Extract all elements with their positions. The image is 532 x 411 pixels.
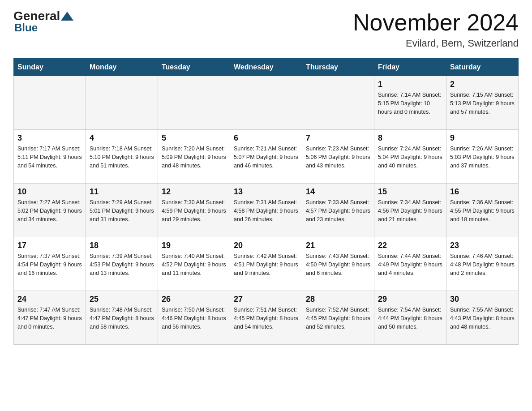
header-wednesday: Wednesday: [230, 59, 302, 76]
header-sunday: Sunday: [14, 59, 86, 76]
day-number: 6: [234, 133, 298, 143]
calendar-cell: [14, 76, 86, 130]
day-info: Sunrise: 7:55 AM Sunset: 4:43 PM Dayligh…: [450, 306, 515, 331]
day-number: 22: [378, 241, 442, 250]
day-info: Sunrise: 7:42 AM Sunset: 4:51 PM Dayligh…: [234, 252, 298, 277]
day-info: Sunrise: 7:46 AM Sunset: 4:48 PM Dayligh…: [450, 252, 515, 277]
day-info: Sunrise: 7:17 AM Sunset: 5:11 PM Dayligh…: [17, 145, 82, 170]
calendar-table: SundayMondayTuesdayWednesdayThursdayFrid…: [13, 58, 519, 345]
calendar-cell: 17Sunrise: 7:37 AM Sunset: 4:54 PM Dayli…: [14, 237, 86, 291]
day-number: 7: [306, 133, 370, 143]
day-number: 13: [234, 187, 298, 197]
calendar-cell: 8Sunrise: 7:24 AM Sunset: 5:04 PM Daylig…: [374, 130, 446, 184]
day-number: 9: [450, 133, 515, 143]
calendar-cell: 24Sunrise: 7:47 AM Sunset: 4:47 PM Dayli…: [14, 291, 86, 345]
calendar-cell: 9Sunrise: 7:26 AM Sunset: 5:03 PM Daylig…: [446, 130, 519, 184]
day-number: 30: [450, 295, 515, 304]
day-number: 11: [90, 187, 154, 197]
location-text: Evilard, Bern, Switzerland: [353, 38, 519, 49]
day-info: Sunrise: 7:26 AM Sunset: 5:03 PM Dayligh…: [450, 145, 515, 170]
day-info: Sunrise: 7:47 AM Sunset: 4:47 PM Dayligh…: [17, 306, 82, 331]
day-number: 24: [17, 295, 82, 304]
day-number: 3: [17, 133, 82, 143]
day-info: Sunrise: 7:52 AM Sunset: 4:45 PM Dayligh…: [306, 306, 370, 331]
calendar-cell: 28Sunrise: 7:52 AM Sunset: 4:45 PM Dayli…: [302, 291, 374, 345]
calendar-cell: 23Sunrise: 7:46 AM Sunset: 4:48 PM Dayli…: [446, 237, 519, 291]
day-number: 2: [450, 80, 515, 89]
title-section: November 2024 Evilard, Bern, Switzerland: [353, 9, 519, 49]
day-info: Sunrise: 7:44 AM Sunset: 4:49 PM Dayligh…: [378, 252, 442, 277]
day-number: 4: [90, 133, 154, 143]
day-info: Sunrise: 7:24 AM Sunset: 5:04 PM Dayligh…: [378, 145, 442, 170]
day-info: Sunrise: 7:33 AM Sunset: 4:57 PM Dayligh…: [306, 198, 370, 223]
logo-triangle-icon: [61, 12, 73, 21]
header-saturday: Saturday: [446, 59, 519, 76]
calendar-cell: 26Sunrise: 7:50 AM Sunset: 4:46 PM Dayli…: [158, 291, 230, 345]
calendar-cell: 4Sunrise: 7:18 AM Sunset: 5:10 PM Daylig…: [86, 130, 158, 184]
day-number: 1: [378, 80, 442, 89]
calendar-cell: [158, 76, 230, 130]
header-monday: Monday: [86, 59, 158, 76]
calendar-week-3: 10Sunrise: 7:27 AM Sunset: 5:02 PM Dayli…: [14, 184, 519, 237]
month-title: November 2024: [353, 9, 519, 36]
calendar-cell: 7Sunrise: 7:23 AM Sunset: 5:06 PM Daylig…: [302, 130, 374, 184]
day-number: 21: [306, 241, 370, 250]
day-info: Sunrise: 7:20 AM Sunset: 5:09 PM Dayligh…: [162, 145, 226, 170]
day-info: Sunrise: 7:31 AM Sunset: 4:58 PM Dayligh…: [234, 198, 298, 223]
calendar-cell: 5Sunrise: 7:20 AM Sunset: 5:09 PM Daylig…: [158, 130, 230, 184]
calendar-cell: 2Sunrise: 7:15 AM Sunset: 5:13 PM Daylig…: [446, 76, 519, 130]
day-info: Sunrise: 7:50 AM Sunset: 4:46 PM Dayligh…: [162, 306, 226, 331]
day-number: 28: [306, 295, 370, 304]
day-info: Sunrise: 7:37 AM Sunset: 4:54 PM Dayligh…: [17, 252, 82, 277]
calendar-cell: [302, 76, 374, 130]
day-info: Sunrise: 7:39 AM Sunset: 4:53 PM Dayligh…: [90, 252, 154, 277]
calendar-cell: 18Sunrise: 7:39 AM Sunset: 4:53 PM Dayli…: [86, 237, 158, 291]
header-friday: Friday: [374, 59, 446, 76]
calendar-cell: 19Sunrise: 7:40 AM Sunset: 4:52 PM Dayli…: [158, 237, 230, 291]
day-number: 23: [450, 241, 515, 250]
day-number: 29: [378, 295, 442, 304]
calendar-cell: 29Sunrise: 7:54 AM Sunset: 4:44 PM Dayli…: [374, 291, 446, 345]
day-info: Sunrise: 7:21 AM Sunset: 5:07 PM Dayligh…: [234, 145, 298, 170]
day-number: 20: [234, 241, 298, 250]
day-info: Sunrise: 7:15 AM Sunset: 5:13 PM Dayligh…: [450, 91, 515, 116]
calendar-cell: 21Sunrise: 7:43 AM Sunset: 4:50 PM Dayli…: [302, 237, 374, 291]
calendar-cell: 14Sunrise: 7:33 AM Sunset: 4:57 PM Dayli…: [302, 184, 374, 237]
day-info: Sunrise: 7:48 AM Sunset: 4:47 PM Dayligh…: [90, 306, 154, 331]
calendar-cell: 15Sunrise: 7:34 AM Sunset: 4:56 PM Dayli…: [374, 184, 446, 237]
calendar-cell: 25Sunrise: 7:48 AM Sunset: 4:47 PM Dayli…: [86, 291, 158, 345]
page-header: General Blue November 2024 Evilard, Bern…: [13, 9, 519, 49]
day-info: Sunrise: 7:36 AM Sunset: 4:55 PM Dayligh…: [450, 198, 515, 223]
calendar-cell: 30Sunrise: 7:55 AM Sunset: 4:43 PM Dayli…: [446, 291, 519, 345]
day-info: Sunrise: 7:27 AM Sunset: 5:02 PM Dayligh…: [17, 198, 82, 223]
calendar-cell: 20Sunrise: 7:42 AM Sunset: 4:51 PM Dayli…: [230, 237, 302, 291]
day-number: 19: [162, 241, 226, 250]
header-tuesday: Tuesday: [158, 59, 230, 76]
calendar-cell: 3Sunrise: 7:17 AM Sunset: 5:11 PM Daylig…: [14, 130, 86, 184]
day-info: Sunrise: 7:34 AM Sunset: 4:56 PM Dayligh…: [378, 198, 442, 223]
day-number: 8: [378, 133, 442, 143]
day-info: Sunrise: 7:29 AM Sunset: 5:01 PM Dayligh…: [90, 198, 154, 223]
day-number: 27: [234, 295, 298, 304]
calendar-week-5: 24Sunrise: 7:47 AM Sunset: 4:47 PM Dayli…: [14, 291, 519, 345]
calendar-cell: 11Sunrise: 7:29 AM Sunset: 5:01 PM Dayli…: [86, 184, 158, 237]
day-info: Sunrise: 7:51 AM Sunset: 4:45 PM Dayligh…: [234, 306, 298, 331]
calendar-cell: 12Sunrise: 7:30 AM Sunset: 4:59 PM Dayli…: [158, 184, 230, 237]
day-number: 12: [162, 187, 226, 197]
calendar-cell: 6Sunrise: 7:21 AM Sunset: 5:07 PM Daylig…: [230, 130, 302, 184]
calendar-cell: 27Sunrise: 7:51 AM Sunset: 4:45 PM Dayli…: [230, 291, 302, 345]
day-number: 16: [450, 187, 515, 197]
logo-blue-text: Blue: [14, 21, 38, 34]
calendar-header-row: SundayMondayTuesdayWednesdayThursdayFrid…: [14, 59, 519, 76]
day-info: Sunrise: 7:23 AM Sunset: 5:06 PM Dayligh…: [306, 145, 370, 170]
calendar-week-4: 17Sunrise: 7:37 AM Sunset: 4:54 PM Dayli…: [14, 237, 519, 291]
calendar-cell: 1Sunrise: 7:14 AM Sunset: 5:15 PM Daylig…: [374, 76, 446, 130]
header-thursday: Thursday: [302, 59, 374, 76]
day-number: 10: [17, 187, 82, 197]
day-number: 15: [378, 187, 442, 197]
calendar-cell: 16Sunrise: 7:36 AM Sunset: 4:55 PM Dayli…: [446, 184, 519, 237]
day-number: 5: [162, 133, 226, 143]
calendar-week-2: 3Sunrise: 7:17 AM Sunset: 5:11 PM Daylig…: [14, 130, 519, 184]
day-info: Sunrise: 7:40 AM Sunset: 4:52 PM Dayligh…: [162, 252, 226, 277]
day-info: Sunrise: 7:54 AM Sunset: 4:44 PM Dayligh…: [378, 306, 442, 331]
